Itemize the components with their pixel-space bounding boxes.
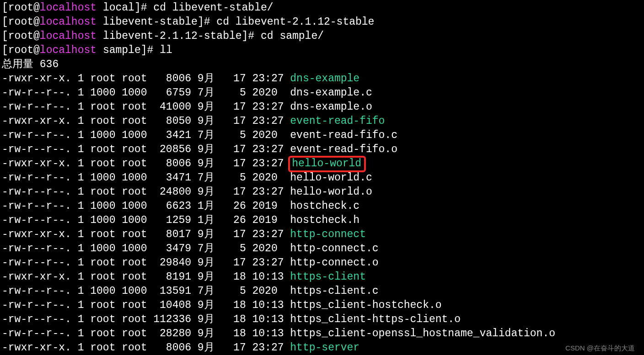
prompt-hash: # [248, 30, 261, 42]
ls-row: -rw-r--r--. 1 root root 41000 9月 17 23:2… [2, 101, 372, 113]
file-name: hello-world.o [290, 186, 372, 198]
ls-row: -rw-r--r--. 1 1000 1000 6623 1月 26 2019 … [2, 200, 360, 212]
file-name: http-connect.o [290, 257, 378, 269]
file-name: hostcheck.c [290, 200, 360, 212]
prompt-host: localhost [40, 44, 97, 56]
ls-row: -rw-r--r--. 1 1000 1000 3421 7月 5 2020 e… [2, 129, 397, 141]
file-name: https_client-https-client.o [290, 313, 461, 325]
prompt-line: [root@localhost local]# cd libevent-stab… [2, 2, 274, 14]
command-text[interactable]: cd sample/ [261, 30, 324, 42]
prompt-user: root [8, 44, 33, 56]
file-name-exe: http-server [290, 342, 360, 354]
file-name-exe: dns-example [290, 73, 360, 85]
highlight-box: hello-world [288, 156, 366, 172]
prompt-line: [root@localhost sample]# ll [2, 44, 172, 56]
terminal-output: [root@localhost local]# cd libevent-stab… [0, 0, 644, 355]
file-name: https-client.c [290, 285, 378, 297]
ls-row: -rw-r--r--. 1 1000 1000 1259 1月 26 2019 … [2, 214, 360, 226]
total-line: 总用量 636 [2, 58, 59, 70]
ls-row: -rwxr-xr-x. 1 root root 8006 9月 17 23:27… [2, 158, 366, 170]
file-name-exe: https-client [290, 271, 366, 283]
ls-row: -rwxr-xr-x. 1 root root 8191 9月 18 10:13… [2, 271, 366, 283]
prompt-host: localhost [40, 30, 97, 42]
prompt-user: root [8, 2, 33, 14]
prompt-line: [root@localhost libevent-2.1.12-stable]#… [2, 30, 324, 42]
ls-row: -rw-r--r--. 1 root root 29840 9月 17 23:2… [2, 257, 379, 269]
command-text[interactable]: cd libevent-2.1.12-stable [216, 16, 374, 28]
ls-row: -rw-r--r--. 1 1000 1000 3471 7月 5 2020 h… [2, 172, 372, 184]
file-name: event-read-fifo.o [290, 143, 397, 155]
prompt-dir: libevent-2.1.12-stable [103, 30, 242, 42]
command-text[interactable]: ll [160, 44, 172, 56]
ls-row: -rwxr-xr-x. 1 root root 8017 9月 17 23:27… [2, 228, 366, 240]
ls-row: -rwxr-xr-x. 1 root root 8050 9月 17 23:27… [2, 115, 385, 127]
file-name: https_client-openssl_hostname_validation… [290, 328, 555, 339]
prompt-host: localhost [40, 2, 97, 14]
ls-row: -rw-r--r--. 1 root root 10408 9月 18 10:1… [2, 299, 442, 311]
ls-row: -rwxr-xr-x. 1 root root 8006 9月 17 23:27… [2, 73, 360, 85]
file-name: hostcheck.h [290, 214, 360, 226]
ls-row: -rw-r--r--. 1 root root 112336 9月 18 10:… [2, 313, 461, 325]
file-name-exe: hello-world [292, 158, 361, 170]
ls-row: -rw-r--r--. 1 root root 24800 9月 17 23:2… [2, 186, 372, 198]
ls-row: -rw-r--r--. 1 1000 1000 13591 7月 5 2020 … [2, 285, 379, 297]
prompt-hash: # [147, 44, 160, 56]
prompt-host: localhost [40, 16, 97, 28]
file-name: hello-world.c [290, 172, 372, 184]
file-name: https_client-hostcheck.o [290, 299, 441, 311]
file-name-exe: http-connect [290, 228, 366, 240]
watermark: CSDN @在奋斗的大道 [565, 344, 635, 352]
prompt-user: root [8, 30, 33, 42]
prompt-dir: local [103, 2, 134, 14]
prompt-hash: # [141, 2, 154, 14]
command-text[interactable]: cd libevent-stable/ [153, 2, 273, 14]
prompt-dir: libevent-stable [103, 16, 198, 28]
file-name-exe: event-read-fifo [290, 115, 385, 127]
file-name: dns-example.o [290, 101, 372, 113]
file-name: http-connect.c [290, 243, 378, 254]
file-name: dns-example.c [290, 87, 372, 99]
ls-row: -rw-r--r--. 1 root root 20856 9月 17 23:2… [2, 143, 397, 155]
prompt-user: root [8, 16, 33, 28]
ls-row: -rwxr-xr-x. 1 root root 8006 9月 17 23:27… [2, 342, 360, 354]
ls-row: -rw-r--r--. 1 1000 1000 6759 7月 5 2020 d… [2, 87, 372, 99]
ls-row: -rw-r--r--. 1 1000 1000 3479 7月 5 2020 h… [2, 243, 379, 254]
prompt-dir: sample [103, 44, 141, 56]
file-name: event-read-fifo.c [290, 129, 397, 141]
prompt-line: [root@localhost libevent-stable]# cd lib… [2, 16, 374, 28]
ls-row: -rw-r--r--. 1 root root 28280 9月 18 10:1… [2, 328, 555, 339]
prompt-hash: # [204, 16, 217, 28]
